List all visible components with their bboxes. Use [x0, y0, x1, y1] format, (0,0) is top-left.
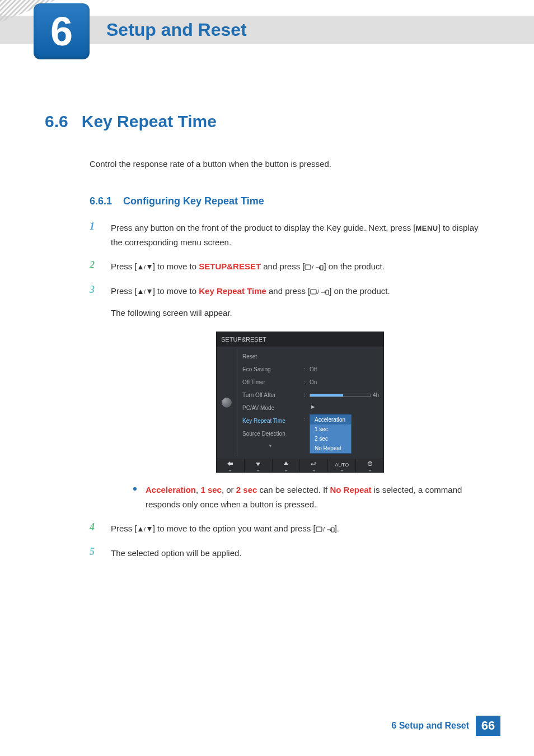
highlight-key-repeat-time: Key Repeat Time — [199, 286, 266, 296]
osd-screenshot: SETUP&RESET Reset Eco Saving Off Timer T… — [216, 332, 384, 473]
osd-value-turnoff: 4h — [373, 390, 379, 400]
step-2: 2 Press [/] to move to SETUP&RESET and p… — [90, 259, 489, 274]
gear-icon — [221, 397, 232, 408]
svg-text:/: / — [144, 526, 146, 533]
osd-enter-icon — [300, 459, 328, 472]
osd-item-keyrepeat: Key Repeat Time — [237, 414, 304, 427]
svg-marker-10 — [147, 290, 152, 294]
footer-page-number: 66 — [476, 716, 500, 736]
step-3: 3 Press [/] to move to Key Repeat Time a… — [90, 284, 489, 512]
svg-text:/: / — [144, 288, 146, 295]
content-area: 6.6 Key Repeat Time Control the response… — [0, 56, 534, 560]
section-title: Key Repeat Time — [82, 112, 217, 131]
highlight-setup-reset: SETUP&RESET — [199, 262, 261, 271]
osd-value-eco: Off — [310, 365, 317, 374]
bullet-dot-icon — [133, 487, 137, 491]
subsection-number: 6.6.1 — [90, 195, 112, 207]
osd-slider-bar — [310, 394, 371, 397]
osd-item-source: Source Detection — [237, 427, 304, 440]
subsection-heading: 6.6.1 Configuring Key Repeat Time — [90, 195, 489, 207]
step-number: 2 — [90, 259, 100, 271]
submenu-caret-icon: ▶ — [310, 403, 315, 411]
svg-marker-15 — [256, 463, 260, 466]
scroll-down-indicator-icon: ▼ — [237, 440, 304, 450]
osd-value-offtimer: On — [310, 377, 317, 387]
osd-auto-label: AUTO — [328, 459, 356, 472]
section-number: 6.6 — [45, 112, 68, 131]
svg-text:/: / — [323, 526, 325, 533]
osd-item-eco: Eco Saving — [237, 363, 304, 376]
osd-option-acceleration: Acceleration — [310, 415, 351, 424]
osd-title: SETUP&RESET — [217, 332, 383, 347]
step-number: 3 — [90, 284, 100, 296]
section-intro-text: Control the response rate of a button wh… — [90, 159, 489, 169]
osd-icon-column — [217, 347, 237, 459]
step-body: The selected option will be applied. — [111, 546, 489, 561]
svg-marker-2 — [138, 265, 143, 269]
up-down-arrows-icon: / — [137, 526, 153, 533]
up-down-arrows-icon: / — [137, 264, 153, 270]
svg-marker-16 — [284, 461, 288, 465]
source-enter-icon: / — [305, 264, 324, 270]
svg-rect-24 — [331, 528, 334, 532]
step-body: Press [/] to move to Key Repeat Time and… — [111, 284, 489, 512]
subsection-title: Configuring Key Repeat Time — [123, 195, 264, 207]
source-enter-icon: / — [316, 526, 335, 533]
menu-button-label: MENU — [415, 224, 438, 232]
osd-option-1sec: 1 sec — [310, 424, 351, 434]
osd-menu-list: Reset Eco Saving Off Timer Turn Off Afte… — [237, 347, 304, 459]
osd-item-turnoff: Turn Off After — [237, 389, 304, 402]
osd-back-icon — [217, 459, 245, 472]
svg-marker-4 — [147, 265, 152, 269]
svg-marker-19 — [138, 527, 143, 531]
svg-marker-21 — [147, 527, 152, 531]
svg-rect-7 — [320, 265, 323, 270]
step-4: 4 Press [/] to move to the option you wa… — [90, 521, 489, 536]
section-heading: 6.6 Key Repeat Time — [45, 112, 489, 131]
step-follow-text: The following screen will appear. — [111, 306, 489, 320]
chapter-title: Setup and Reset — [106, 16, 247, 44]
up-down-arrows-icon: / — [137, 288, 153, 295]
svg-text:/: / — [144, 264, 146, 270]
step-body: Press [/] to move to SETUP&RESET and pre… — [111, 259, 489, 274]
osd-item-reset: Reset — [237, 350, 304, 363]
osd-up-icon — [273, 459, 301, 472]
chapter-number-badge: 6 — [34, 3, 90, 59]
osd-item-pcav: PC/AV Mode — [237, 402, 304, 414]
svg-rect-5 — [305, 265, 311, 269]
step-number: 1 — [90, 221, 100, 232]
page-footer: 6 Setup and Reset 66 — [0, 713, 534, 736]
step-body: Press any button on the front of the pro… — [111, 221, 489, 249]
osd-power-icon — [356, 459, 383, 472]
svg-text:/: / — [317, 288, 320, 295]
bullet-text: Acceleration, 1 sec, or 2 sec can be sel… — [146, 483, 489, 511]
osd-popup-options: Acceleration 1 sec 2 sec No Repeat — [310, 414, 352, 454]
note-bullet: Acceleration, 1 sec, or 2 sec can be sel… — [133, 483, 489, 511]
source-enter-icon: / — [310, 288, 329, 295]
osd-option-norepeat: No Repeat — [310, 444, 351, 453]
step-number: 5 — [90, 546, 100, 558]
page-header: 6 Setup and Reset — [0, 0, 534, 56]
svg-marker-14 — [227, 461, 233, 466]
step-number: 4 — [90, 521, 100, 533]
step-5: 5 The selected option will be applied. — [90, 546, 489, 561]
svg-text:/: / — [312, 264, 314, 270]
step-body: Press [/] to move to the option you want… — [111, 521, 489, 536]
steps-list: 1 Press any button on the front of the p… — [90, 221, 489, 560]
osd-values-column: :Off :On :4h ▶ : Acceleration 1 sec 2 se… — [304, 347, 383, 459]
osd-down-icon — [245, 459, 273, 472]
svg-rect-11 — [311, 290, 316, 294]
svg-marker-8 — [138, 290, 143, 294]
svg-rect-22 — [316, 527, 322, 531]
step-1: 1 Press any button on the front of the p… — [90, 221, 489, 249]
svg-rect-13 — [326, 290, 329, 295]
osd-item-offtimer: Off Timer — [237, 376, 304, 389]
footer-chapter-label: 6 Setup and Reset — [391, 721, 469, 731]
osd-footer-buttons: AUTO — [217, 459, 383, 472]
osd-option-2sec: 2 sec — [310, 434, 351, 444]
